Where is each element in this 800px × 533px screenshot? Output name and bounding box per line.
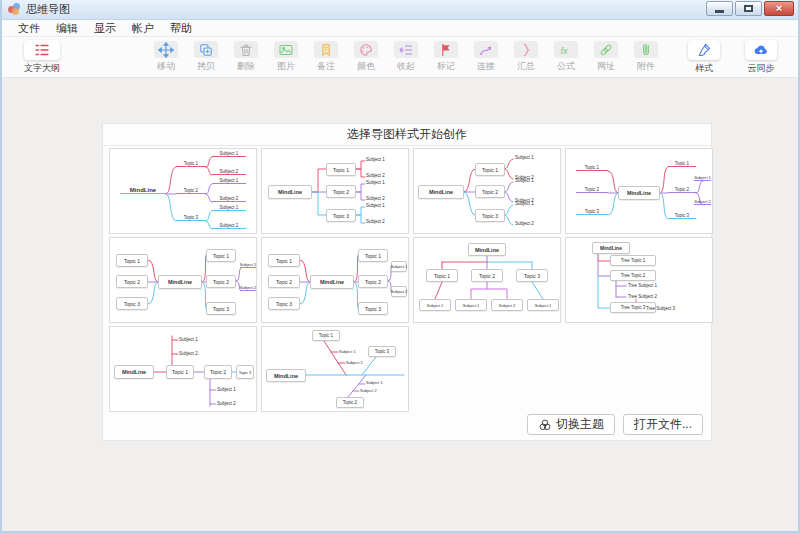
style-brush-icon: [696, 42, 712, 58]
node-topic: Topic 1: [326, 163, 356, 176]
node-topic: Tree Topic 2: [610, 270, 656, 281]
node-topic: Topic 2: [358, 275, 388, 288]
node-subject: Subject 1: [339, 349, 356, 354]
outline-button[interactable]: 文字大纲: [16, 40, 68, 75]
node-topic: Topic 1: [206, 249, 236, 262]
brace-icon: [518, 42, 534, 58]
node-topic: Topic 3: [576, 207, 608, 215]
toolbar-button-formula[interactable]: fx 公式: [546, 41, 586, 73]
menu-edit[interactable]: 编辑: [48, 21, 86, 36]
open-file-button[interactable]: 打开文件...: [623, 414, 703, 435]
menu-help[interactable]: 帮助: [162, 21, 200, 36]
node-subject: Subject 2: [694, 198, 711, 205]
node-subject: Subject 2: [491, 299, 523, 311]
node-subject: Subject 2: [179, 351, 198, 356]
toolbar-button-note[interactable]: 备注: [306, 41, 346, 73]
cloud-sync-icon: [752, 42, 770, 58]
template-card-mind-map-boxed[interactable]: MindLine Topic 1 Topic 2 Topic 3 Topic 1…: [109, 237, 257, 323]
toolbar-button-url[interactable]: 网址: [586, 41, 626, 73]
toolbar-button-mark[interactable]: 标记: [426, 41, 466, 73]
node-topic: Topic 1: [176, 159, 206, 167]
trash-icon: [238, 42, 254, 58]
node-topic: Topic 3: [516, 269, 548, 282]
menu-file[interactable]: 文件: [10, 21, 48, 36]
node-topic: Topic 3: [116, 297, 148, 310]
node-topic: Topic 1: [475, 163, 505, 176]
template-card-timeline-chain[interactable]: MindLine Topic 1 Topic 2 Topic 3 Subject…: [109, 326, 257, 412]
maximize-button[interactable]: [735, 1, 762, 16]
toolbar-center-group: 移动 拷贝 删除 图片 备注 颜色: [146, 41, 666, 73]
toolbar-button-copy[interactable]: 拷贝: [186, 41, 226, 73]
node-topic: Topic 3: [326, 209, 356, 222]
template-card-logic-curved[interactable]: MindLine Topic 1 Topic 2 Topic 3 Subject…: [109, 148, 257, 234]
node-root: MindLine: [418, 185, 464, 199]
node-subject: Subject 2: [366, 173, 385, 178]
template-card-logic-elbow[interactable]: MindLine Topic 1 Topic 2 Topic 3 Subject…: [261, 148, 409, 234]
template-card-org-chart[interactable]: MindLine Topic 1 Topic 2 Topic 3 Subject…: [413, 237, 561, 323]
close-button[interactable]: ×: [764, 1, 794, 16]
node-topic: Topic 2: [475, 185, 505, 198]
node-topic: Topic 2: [206, 275, 236, 288]
panel-buttons: 切换主题 打开文件...: [527, 414, 703, 435]
close-icon: ×: [776, 3, 782, 14]
node-subject: Subject 1: [366, 203, 385, 208]
switch-theme-button[interactable]: 切换主题: [527, 414, 615, 435]
node-topic: Topic 3: [475, 209, 505, 222]
toolbar-button-image[interactable]: 图片: [266, 41, 306, 73]
toolbar-button-connect[interactable]: 连接: [466, 41, 506, 73]
toolbar-button-move[interactable]: 移动: [146, 41, 186, 73]
node-topic: Topic 2: [268, 275, 300, 288]
tool-label: 汇总: [517, 60, 535, 73]
node-topic: Topic 3: [368, 346, 396, 357]
toolbar-button-collapse[interactable]: 收起: [386, 41, 426, 73]
toolbar-button-delete[interactable]: 删除: [226, 41, 266, 73]
node-topic: Topic 2: [471, 269, 503, 282]
minimize-button[interactable]: [706, 1, 733, 16]
toolbar-button-summary[interactable]: 汇总: [506, 41, 546, 73]
svg-text:fx: fx: [560, 44, 569, 55]
node-topic: Topic 2: [668, 185, 696, 193]
menubar: 文件 编辑 显示 帐户 帮助: [2, 20, 798, 37]
node-root: MindLine: [114, 365, 154, 379]
node-subject: Subject 2: [360, 388, 377, 393]
template-card-mind-map-boxed-subjects[interactable]: MindLine Topic 1 Topic 2 Topic 3 Topic 1…: [261, 237, 409, 323]
node-subject: Subject 1: [366, 157, 385, 162]
cloud-sync-button[interactable]: 云同步: [736, 40, 786, 75]
tool-label: 公式: [557, 60, 575, 73]
window-title: 思维导图: [26, 2, 70, 17]
node-topic: Topic 1: [116, 254, 148, 267]
palette-icon: [358, 42, 374, 58]
node-topic: Topic 3: [358, 302, 388, 315]
node-subject: Subject 2: [212, 222, 246, 229]
template-card-mind-map-underline[interactable]: MindLine Topic 1 Topic 2 Topic 3 Topic 1…: [565, 148, 713, 234]
toolbar-button-attachment[interactable]: 附件: [626, 41, 666, 73]
tool-label: 备注: [317, 60, 335, 73]
toolbar: 文字大纲 移动 拷贝 删除 图片 备注: [2, 37, 798, 78]
menu-view[interactable]: 显示: [86, 21, 124, 36]
style-button[interactable]: 样式: [682, 40, 726, 75]
node-topic: Topic 1: [426, 269, 458, 282]
node-subject: Subject 1: [419, 299, 451, 311]
link-icon: [598, 42, 614, 58]
node-subject: Subject 1: [240, 261, 256, 268]
titlebar: 思维导图 ×: [2, 0, 798, 20]
template-card-brace-map[interactable]: MindLine Topic 1 Topic 2 Topic 3 Subject…: [413, 148, 561, 234]
template-card-tree-chart[interactable]: MindLine Tree Topic 1 Tree Topic 2 Tree …: [565, 237, 713, 323]
node-root: MindLine: [268, 185, 312, 199]
node-subject: Subject 1: [366, 380, 383, 385]
node-topic: Topic 1: [268, 254, 300, 267]
node-subject: Subject 1: [391, 261, 407, 272]
node-subject: Subject 2: [366, 219, 385, 224]
connect-icon: [478, 42, 494, 58]
collapse-icon: [398, 42, 414, 58]
template-card-fishbone[interactable]: MindLine Topic 1 Topic 3 Topic 2 Subject…: [261, 326, 409, 412]
main-area: 选择导图样式开始创作 MindLine Topic 1 Topic 2 Topi…: [2, 78, 798, 533]
node-topic: Topic 2: [116, 275, 148, 288]
panel-title: 选择导图样式开始创作: [103, 124, 711, 146]
node-subject: Subject 1: [694, 174, 711, 181]
toolbar-button-color[interactable]: 颜色: [346, 41, 386, 73]
node-subject: Subject 2: [366, 196, 385, 201]
node-subject: Subject 2: [346, 360, 363, 365]
menu-account[interactable]: 帐户: [124, 21, 162, 36]
move-icon: [158, 42, 174, 58]
